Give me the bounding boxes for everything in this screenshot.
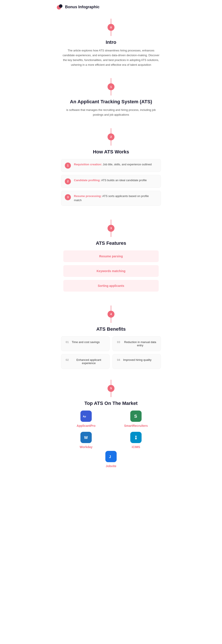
step-indicator-1: 1 [59, 78, 163, 96]
svg-point-1 [59, 4, 62, 8]
benefit-num-03: 03 [116, 340, 121, 344]
ats-step-num-2: 2 [65, 178, 71, 184]
ats-market-workday: W Workday [63, 432, 109, 449]
svg-text:J: J [109, 455, 111, 459]
benefit-text-02: Enhanced applicant experience [72, 358, 106, 365]
jobvite-logo-icon: J [105, 451, 117, 462]
smartrecruiters-logo-icon: S [130, 410, 142, 422]
features-title: ATS Features [59, 240, 163, 246]
step-line-bottom-5 [111, 392, 111, 397]
intro-title: Intro [59, 40, 163, 45]
ats-step-num-1: 1 [65, 162, 71, 168]
step-line-top-2 [111, 128, 111, 134]
step-line-top [111, 19, 111, 24]
top-ats-section: 5 Top ATS On The Market Ap ApplicantPro … [52, 373, 170, 476]
icims-name: iCIMS [132, 445, 140, 449]
how-works-title: How ATS Works [59, 149, 163, 155]
header-title: Bonus Infographic [65, 5, 99, 9]
ats-market-icims: iCIMS [113, 432, 159, 449]
svg-point-5 [135, 436, 137, 437]
benefit-num-02: 02 [65, 358, 70, 362]
ats-market-grid-row3: J Jobvite [59, 451, 163, 468]
benefit-num-04: 04 [116, 358, 121, 362]
step-circle-1: 1 [108, 83, 114, 90]
ats-market-applicantpro: Ap ApplicantPro [63, 410, 109, 428]
step-circle-2: 2 [108, 134, 114, 140]
features-section: 3 ATS Features Resume parsing Keywords m… [52, 213, 170, 299]
icims-logo-icon [130, 432, 142, 443]
ats-step-label-3: Resume processing: [74, 194, 102, 198]
intro-section: 0 Intro The article explores how ATS str… [52, 12, 170, 72]
step-line-bottom-1 [111, 90, 111, 96]
benefits-title: ATS Benefits [59, 326, 163, 332]
benefits-grid: 01 Time and cost savings 03 Reduction in… [59, 336, 163, 369]
jobvite-name: Jobvite [106, 464, 116, 468]
benefit-num-01: 01 [65, 340, 70, 344]
feature-label-sorting-applicants: Sorting applicants [98, 284, 124, 288]
ats-step-desc-1: Job title, skills, and experience outlin… [103, 163, 152, 166]
intro-description: The article explores how ATS streamlines… [61, 48, 161, 67]
ats-market-grid-row2: W Workday iCIMS [59, 432, 163, 449]
step-line-top-5 [111, 380, 111, 385]
feature-card-keywords-matching: Keywords matching [63, 265, 159, 277]
step-line-top-1 [111, 78, 111, 83]
step-indicator-5: 5 [59, 380, 163, 397]
step-line-bottom-3 [111, 232, 111, 237]
svg-text:W: W [84, 436, 88, 440]
step-circle-0: 0 [108, 24, 114, 31]
ats-step-desc-2: ATS builds an ideal candidate profile [101, 178, 147, 182]
ats-step-item-2: 2 Candidate profiling: ATS builds an ide… [61, 175, 161, 188]
logo-icon [57, 4, 63, 10]
ats-step-text-3: Resume processing: ATS sorts applicants … [74, 194, 157, 202]
ats-step-label-2: Candidate profiling: [74, 178, 101, 182]
ats-market-grid-row1: Ap ApplicantPro S SmartRecruiters [59, 410, 163, 428]
feature-card-resume-parsing: Resume parsing [63, 250, 159, 262]
how-works-section: 2 How ATS Works 1 Requisition creation: … [52, 122, 170, 213]
ats-step-item: 1 Requisition creation: Job title, skill… [61, 159, 161, 172]
ats-step-text-2: Candidate profiling: ATS builds an ideal… [74, 178, 147, 182]
svg-text:Ap: Ap [83, 415, 86, 418]
smartrecruiters-name: SmartRecruiters [124, 424, 148, 428]
step-line-top-4 [111, 306, 111, 311]
step-circle-5: 5 [108, 385, 114, 392]
top-ats-title: Top ATS On The Market [59, 400, 163, 406]
benefit-text-04: Improved hiring quality [123, 358, 152, 362]
step-indicator-3: 3 [59, 220, 163, 237]
step-line-bottom-4 [111, 318, 111, 323]
ats-step-text-1: Requisition creation: Job title, skills,… [74, 162, 152, 167]
benefit-text-01: Time and cost savings [72, 340, 100, 344]
benefits-section: 4 ATS Benefits 01 Time and cost savings … [52, 299, 170, 373]
ats-step-label-1: Requisition creation: [74, 163, 102, 166]
ats-market-smartrecruiters: S SmartRecruiters [113, 410, 159, 428]
feature-label-resume-parsing: Resume parsing [99, 254, 123, 258]
applicantpro-name: ApplicantPro [76, 424, 95, 428]
workday-logo-icon: W [80, 432, 92, 443]
workday-name: Workday [80, 445, 93, 449]
ats-definition-title: An Applicant Tracking System (ATS) [59, 99, 163, 104]
step-line-bottom [111, 31, 111, 36]
benefit-text-03: Reduction in manual data entry [123, 340, 157, 347]
step-circle-4: 4 [108, 311, 114, 318]
step-circle-3: 3 [108, 225, 114, 232]
applicantpro-logo-icon: Ap [80, 410, 92, 422]
ats-step-num-3: 3 [65, 194, 71, 200]
benefit-card-02: 02 Enhanced applicant experience [61, 354, 109, 369]
step-line-top-3 [111, 220, 111, 225]
step-indicator-2: 2 [59, 128, 163, 146]
page-header: Bonus Infographic [52, 0, 170, 12]
benefit-card-01: 01 Time and cost savings [61, 336, 109, 351]
svg-rect-6 [135, 438, 137, 440]
svg-text:S: S [134, 414, 137, 418]
feature-card-sorting-applicants: Sorting applicants [63, 280, 159, 292]
ats-step-item-3: 3 Resume processing: ATS sorts applicant… [61, 191, 161, 206]
benefit-card-04: 04 Improved hiring quality [113, 354, 161, 369]
benefit-card-03: 03 Reduction in manual data entry [113, 336, 161, 351]
feature-label-keywords-matching: Keywords matching [96, 269, 125, 273]
features-list: Resume parsing Keywords matching Sorting… [59, 250, 163, 292]
step-indicator-4: 4 [59, 306, 163, 323]
step-line-bottom-2 [111, 140, 111, 146]
ats-market-jobvite: J Jobvite [105, 451, 117, 468]
ats-definition-description: is software that manages the recruiting … [61, 108, 161, 117]
ats-steps-list: 1 Requisition creation: Job title, skill… [59, 159, 163, 206]
ats-definition-section: 1 An Applicant Tracking System (ATS) is … [52, 72, 170, 122]
